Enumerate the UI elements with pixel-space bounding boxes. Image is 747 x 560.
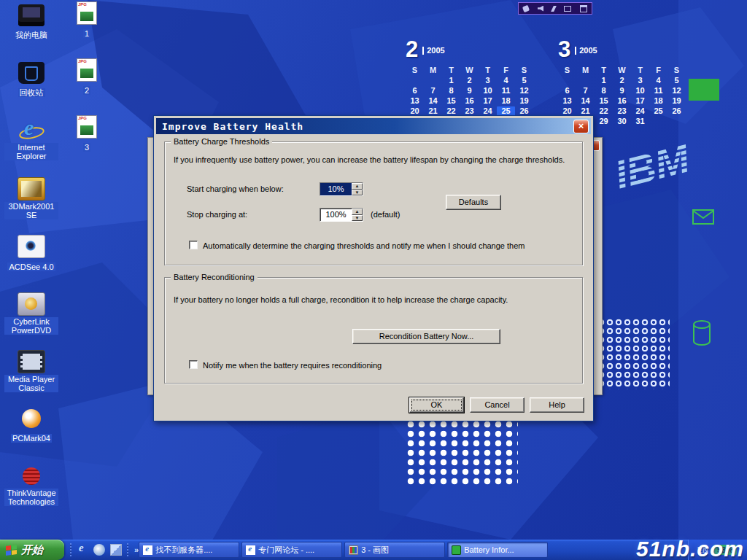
auto-threshold-checkbox[interactable] [189, 241, 198, 249]
task-server[interactable]: 找不到服务器.... [139, 542, 239, 558]
calendar-date [424, 76, 442, 85]
threshold-description: If you infrequently use battery power, y… [174, 155, 565, 164]
acdsee-icon [18, 235, 45, 258]
ie-icon[interactable] [77, 544, 88, 556]
pcmark04-icon [18, 408, 44, 429]
task-paint[interactable]: 3 - 画图 [344, 542, 445, 558]
calendar-date: 2 [460, 76, 479, 85]
desktop-icon-3dmark2001[interactable]: 3DMark2001 SE [4, 177, 58, 235]
watermark: 51nb.com [636, 537, 744, 560]
spin-up-icon[interactable]: ▲ [352, 209, 363, 215]
calendar-day-header: F [497, 66, 515, 75]
recycle-bin-icon [18, 62, 44, 84]
calendar-day-header: T [595, 66, 613, 75]
spin-down-icon[interactable]: ▼ [352, 190, 363, 196]
desktop-icon-label: 我的电脑 [14, 31, 49, 39]
recondition-button[interactable]: Recondition Battery Now... [352, 329, 500, 344]
notify-recondition-checkbox[interactable] [189, 360, 198, 369]
cancel-button[interactable]: Cancel [470, 397, 525, 413]
task-label: 找不到服务器.... [155, 545, 212, 556]
calendar-year: 2005 [575, 47, 597, 55]
auto-threshold-checkbox-label[interactable]: Automatically determine the charging thr… [203, 241, 525, 250]
pen-icon[interactable] [551, 6, 557, 12]
task-battery[interactable]: Battery Infor... [447, 542, 548, 558]
recondition-description: If your battery no longer holds a full c… [174, 295, 508, 304]
dialog-body: Battery Charge Thresholds If you infrequ… [156, 134, 591, 404]
show-desktop-icon[interactable] [110, 544, 122, 556]
desktop-icon-pcmark04[interactable]: PCMark04 [4, 408, 58, 465]
calendar-date: 23 [613, 106, 631, 116]
start-button[interactable]: 开始 [0, 540, 64, 560]
3dmark2001-icon [18, 177, 45, 201]
battery-icon [452, 545, 461, 555]
spin-down-icon[interactable]: ▼ [352, 215, 363, 222]
calendar-month-2: 22005SMTWTFS1234567891011121314151617181… [406, 38, 534, 126]
calendar-day-header: S [406, 66, 424, 75]
calendar-date: 12 [667, 86, 686, 96]
calendar-date: 11 [649, 86, 667, 96]
desktop-icon-label: 3DMark2001 SE [4, 202, 58, 219]
desktop-file-3[interactable]: JPG3 [69, 115, 105, 172]
task-forum[interactable]: 专门网论坛 - .... [241, 542, 342, 558]
desktop-icon-mpc[interactable]: Media Player Classic [4, 350, 58, 408]
calendar-date: 15 [595, 96, 613, 106]
cylinder-icon [692, 319, 712, 350]
spin-up-icon[interactable]: ▲ [352, 183, 363, 190]
calendar-date [406, 76, 424, 85]
mpc-icon [18, 350, 45, 373]
desktop-icon-my-computer[interactable]: 我的电脑 [4, 4, 58, 62]
calendar-day-header: W [613, 66, 631, 75]
calendar-date: 13 [558, 96, 576, 106]
threshold-group: Battery Charge Thresholds If you infrequ… [164, 141, 583, 265]
envelope-icon [692, 209, 715, 229]
start-threshold-value[interactable]: 10% [320, 183, 352, 195]
desktop-file-1[interactable]: JPG1 [69, 1, 105, 58]
calendar-month-header: 32005 [558, 38, 686, 66]
calendar-year: 2005 [422, 47, 444, 55]
calendar-date: 22 [595, 106, 613, 116]
desktop-icon-internet-explorer[interactable]: Internet Explorer [4, 120, 58, 177]
calendar-date: 14 [576, 96, 595, 106]
calendar-date: 29 [595, 117, 613, 126]
calendar-icon[interactable] [580, 5, 587, 12]
desktop-icon-label: ACDSee 4.0 [7, 262, 55, 271]
stop-threshold-value[interactable]: 100% [320, 209, 352, 221]
calendar-month-3: 32005SMTWTFS1234567891011121314151617181… [558, 38, 686, 126]
notify-recondition-checkbox-label[interactable]: Notify me when the battery requires reco… [203, 361, 382, 370]
calendar-date: 30 [613, 117, 631, 126]
task-buttons: 找不到服务器....专门网论坛 - ....3 - 画图Battery Info… [139, 542, 688, 558]
volume-icon[interactable] [538, 6, 543, 12]
calendar-day-header: M [576, 66, 595, 75]
close-icon[interactable]: × [573, 120, 589, 133]
help-button[interactable]: Help [530, 397, 584, 413]
dialog-titlebar[interactable]: Improve Battery Health × [156, 118, 591, 134]
powerdvd-icon [18, 292, 45, 316]
recondition-group: Battery Reconditioning If your battery n… [164, 277, 583, 384]
calendar-date: 31 [631, 117, 649, 126]
calendar-date: 6 [406, 86, 424, 96]
calendar-date: 9 [613, 86, 631, 96]
start-label: 开始 [21, 543, 43, 557]
stop-threshold-spinner[interactable]: 100% ▲▼ [320, 208, 363, 222]
media-player-icon[interactable] [93, 544, 105, 556]
desktop-icon-thinkvantage[interactable]: ThinkVantage Technologies [4, 465, 58, 523]
my-computer-icon [18, 4, 44, 26]
spinner-buttons: ▲▼ [352, 209, 363, 221]
start-threshold-spinner[interactable]: 10% ▲▼ [320, 182, 363, 196]
internet-explorer-icon [18, 120, 44, 141]
start-charging-label: Start charging when below: [187, 184, 284, 193]
defaults-button[interactable]: Defaults [446, 195, 501, 210]
calendar-date: 7 [424, 86, 442, 96]
calendar-date: 12 [515, 86, 533, 96]
phone-icon[interactable] [522, 4, 530, 12]
calendar-date: 14 [424, 96, 442, 106]
desktop-icon-label: 回收站 [18, 88, 45, 97]
desktop-icon-acdsee[interactable]: ACDSee 4.0 [4, 235, 58, 292]
calendar-widget: 22005SMTWTFS1234567891011121314151617181… [406, 38, 686, 126]
desktop-icon-powerdvd[interactable]: CyberLink PowerDVD [4, 292, 58, 350]
ok-button[interactable]: OK [409, 397, 464, 413]
display-icon[interactable] [564, 6, 571, 12]
desktop-icon-recycle-bin[interactable]: 回收站 [4, 62, 58, 120]
calendar-date: 11 [497, 86, 515, 96]
desktop-file-2[interactable]: JPG2 [69, 58, 105, 115]
